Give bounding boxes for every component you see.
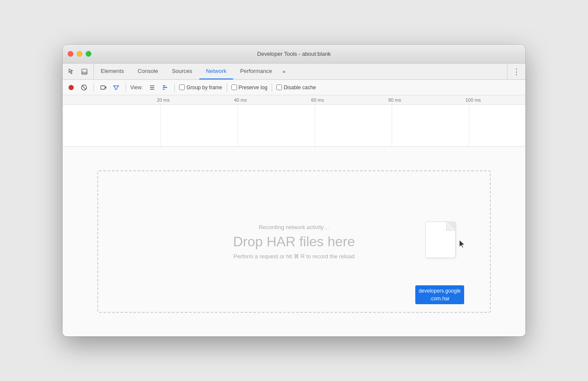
tab-console[interactable]: Console <box>131 64 165 79</box>
tab-performance[interactable]: Performance <box>233 64 279 79</box>
tick-100ms: 100 ms <box>465 97 481 103</box>
close-button[interactable] <box>68 51 73 57</box>
file-icon <box>426 221 456 258</box>
preserve-log-label[interactable]: Preserve log <box>231 85 267 91</box>
disable-cache-checkbox[interactable] <box>276 85 282 90</box>
traffic-lights <box>68 51 91 57</box>
grid-line-2 <box>237 105 238 146</box>
grid-line-5 <box>469 105 469 146</box>
svg-rect-1 <box>82 72 87 74</box>
waterfall-view-button[interactable] <box>160 82 170 93</box>
cursor-icon <box>459 239 466 251</box>
view-label: View: <box>130 85 143 91</box>
grid-line-4 <box>392 105 392 146</box>
tick-20ms: 20 ms <box>157 97 170 103</box>
svg-point-2 <box>69 85 74 90</box>
titlebar: Developer Tools - about:blank <box>63 45 525 64</box>
toolbar-right: ⋮ <box>507 64 525 79</box>
har-tooltip: developers.google .com.har <box>415 285 464 304</box>
tick-40ms: 40 ms <box>234 97 247 103</box>
toolbar-divider-3 <box>174 83 175 92</box>
tabs-area: Elements Console Sources Network Perform… <box>94 64 507 79</box>
tick-60ms: 60 ms <box>311 97 324 103</box>
dock-icon-button[interactable] <box>79 66 90 77</box>
main-content: Recording network activity… Drop HAR fil… <box>63 147 525 336</box>
drop-har-text: Drop HAR files here <box>233 234 355 250</box>
network-subtoolbar: View: Group by frame <box>63 80 525 95</box>
preserve-log-checkbox[interactable] <box>231 85 237 90</box>
svg-line-4 <box>82 85 86 89</box>
tab-sources[interactable]: Sources <box>165 64 199 79</box>
devtools-window: Developer Tools - about:blank Elements C <box>63 45 525 336</box>
filter-button[interactable] <box>111 82 121 93</box>
toolbar-divider-1 <box>93 83 94 92</box>
record-button[interactable] <box>66 82 76 93</box>
group-by-frame-checkbox[interactable] <box>179 85 185 90</box>
toolbar-icons-group <box>63 64 94 79</box>
svg-rect-5 <box>101 86 105 89</box>
timeline-ruler: 20 ms 40 ms 60 ms 80 ms 100 ms <box>63 95 525 105</box>
clear-button[interactable] <box>79 82 89 93</box>
devtools-toolbar: Elements Console Sources Network Perform… <box>63 64 525 80</box>
timeline-content <box>63 105 525 146</box>
toolbar-divider-5 <box>272 83 272 92</box>
file-icon-container <box>426 221 456 258</box>
list-view-button[interactable] <box>147 82 157 93</box>
tab-elements[interactable]: Elements <box>94 64 131 79</box>
group-by-frame-label[interactable]: Group by frame <box>179 85 222 91</box>
toolbar-divider-4 <box>227 83 227 92</box>
timeline-area: 20 ms 40 ms 60 ms 80 ms 100 ms <box>63 95 525 147</box>
fetch-xhr-button[interactable] <box>98 82 108 93</box>
drop-zone[interactable]: Recording network activity… Drop HAR fil… <box>97 170 491 313</box>
grid-line-3 <box>315 105 315 146</box>
window-title: Developer Tools - about:blank <box>257 51 331 57</box>
settings-menu-button[interactable]: ⋮ <box>511 67 522 76</box>
more-tabs-button[interactable]: » <box>279 64 289 79</box>
disable-cache-label[interactable]: Disable cache <box>276 85 316 91</box>
tab-network[interactable]: Network <box>199 64 234 79</box>
inspect-icon-button[interactable] <box>66 66 77 77</box>
minimize-button[interactable] <box>77 51 82 57</box>
grid-line-1 <box>160 105 161 146</box>
toolbar-divider-2 <box>126 83 126 92</box>
maximize-button[interactable] <box>86 51 91 57</box>
recording-text: Recording network activity… <box>259 224 330 230</box>
tick-80ms: 80 ms <box>388 97 401 103</box>
record-reload-text: Perform a request or hit ⌘ R to record t… <box>234 253 355 260</box>
